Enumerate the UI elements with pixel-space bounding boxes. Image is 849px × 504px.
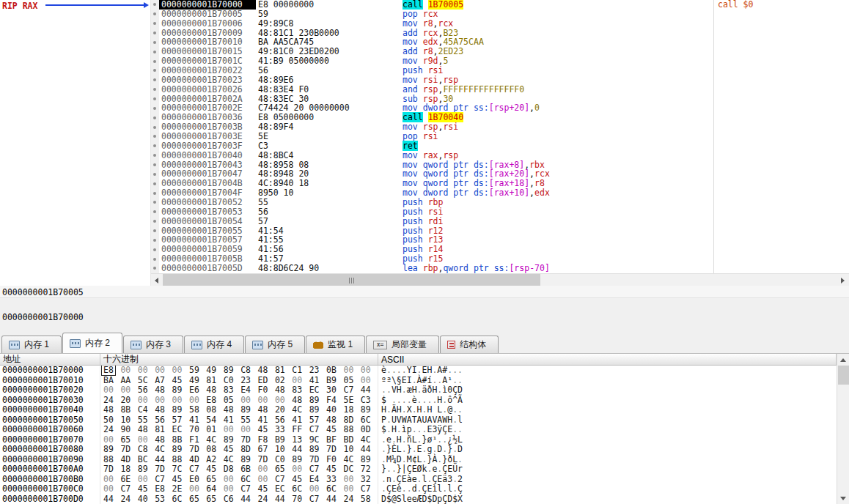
breakpoint-dot[interactable]: [153, 182, 156, 185]
disasm-row[interactable]: 0000000001B7003B48:89F4mov rsp,rsi: [150, 122, 849, 132]
tab-label: 监视 1: [328, 338, 353, 351]
disasm-row[interactable]: 0000000001B70000E8 00000000call 1B70005c…: [150, 0, 849, 10]
dump-row[interactable]: 0000000001B70040488BC448895808488948204C…: [0, 405, 837, 415]
disasm-row[interactable]: 0000000001B7001C41:B9 05000000mov r9d,5: [150, 56, 849, 66]
breakpoint-dot[interactable]: [153, 154, 156, 157]
instruction-address: 0000000001B70053: [159, 207, 256, 217]
disasm-row[interactable]: 0000000001B7002EC74424 20 00000000mov dw…: [150, 103, 849, 113]
breakpoint-dot[interactable]: [153, 229, 156, 232]
breakpoint-dot[interactable]: [153, 41, 156, 44]
disasm-row[interactable]: 0000000001B7005741:55push r13: [150, 235, 849, 245]
tab-label: 局部变量: [392, 338, 427, 351]
disasm-row[interactable]: 0000000001B7003FC3ret: [150, 141, 849, 151]
scroll-left-button[interactable]: [150, 274, 163, 286]
tab-watch-1[interactable]: 监视 1: [306, 336, 365, 353]
struct-icon: [447, 341, 455, 349]
breakpoint-dot[interactable]: [153, 60, 156, 63]
sidebar-cell: [150, 151, 159, 160]
instruction-comment: [713, 235, 849, 245]
disasm-row[interactable]: 0000000001B70036E8 05000000call 1B70040: [150, 113, 849, 122]
breakpoint-dot[interactable]: [153, 248, 156, 251]
dump-ascii: .n.ÇEàe.l.ÇEä3.2: [378, 475, 463, 485]
scroll-down-button[interactable]: [837, 492, 849, 504]
dump-row[interactable]: 0000000001B70070006500488BF14C897DF8B913…: [0, 435, 837, 445]
tab-struct[interactable]: 结构体: [440, 336, 499, 353]
tab-locals[interactable]: 局部变量: [366, 336, 439, 353]
disasm-row[interactable]: 0000000001B7004F8950 10mov dword ptr ds:…: [150, 188, 849, 198]
dump-row[interactable]: 0000000001B700B0006E00C745E065006C00C745…: [0, 475, 837, 485]
breakpoint-dot[interactable]: [153, 32, 156, 34]
disasm-row[interactable]: 0000000001B7005D48:8D6C24 90lea rbp,qwor…: [150, 264, 849, 273]
vertical-scrollbar-thumb[interactable]: [838, 366, 849, 385]
disasm-row[interactable]: 0000000001B7005541:54push r12: [150, 226, 849, 236]
breakpoint-dot[interactable]: [153, 135, 156, 138]
tab-memory-4[interactable]: 内存 4: [184, 336, 244, 353]
tab-memory-2[interactable]: 内存 2: [62, 333, 122, 353]
disasm-row[interactable]: 0000000001B7000559pop rcx: [150, 10, 849, 19]
tab-memory-1[interactable]: 内存 1: [1, 336, 62, 353]
breakpoint-dot[interactable]: [153, 51, 156, 53]
scroll-right-button[interactable]: [837, 274, 849, 286]
disasm-row[interactable]: 0000000001B7005255push rbp: [150, 198, 849, 207]
dump-row[interactable]: 0000000001B700C000C745E82E006400C745EC6C…: [0, 484, 837, 494]
breakpoint-dot[interactable]: [153, 22, 156, 25]
disasm-row[interactable]: 0000000001B7005356push rsi: [150, 207, 849, 217]
dump-row[interactable]: 0000000001B7006024904881EC700100004533FF…: [0, 425, 837, 435]
breakpoint-dot[interactable]: [153, 126, 156, 129]
instruction-comment: [713, 103, 849, 113]
disasm-row[interactable]: 0000000001B7005457push rdi: [150, 217, 849, 226]
breakpoint-dot[interactable]: [153, 88, 156, 91]
disasm-row[interactable]: 0000000001B7002648:83E4 F0and rsp,FFFFFF…: [150, 85, 849, 94]
breakpoint-dot[interactable]: [153, 3, 156, 6]
breakpoint-dot[interactable]: [153, 12, 156, 15]
breakpoint-dot[interactable]: [153, 239, 156, 242]
dump-row[interactable]: 0000000001B70080897DC84C897D08458D671044…: [0, 445, 837, 455]
dump-row[interactable]: 0000000001B70050501055565741544155415641…: [0, 415, 837, 426]
breakpoint-dot[interactable]: [153, 163, 156, 166]
dump-address: 0000000001B70030: [0, 396, 100, 406]
dump-address: 0000000001B70070: [0, 435, 100, 445]
disasm-row[interactable]: 0000000001B7002256push rsi: [150, 66, 849, 75]
horizontal-scrollbar-thumb[interactable]: [163, 274, 540, 286]
instruction-text: mov rsp,rsi: [403, 122, 713, 132]
breakpoint-dot[interactable]: [153, 192, 156, 195]
breakpoint-dot[interactable]: [153, 116, 156, 119]
disasm-row[interactable]: 0000000001B7000649:89C8mov r8,rcx: [150, 19, 849, 29]
arrow-up-icon: [840, 358, 846, 362]
horizontal-scrollbar[interactable]: [150, 273, 849, 286]
instruction-comment: [713, 66, 849, 75]
tab-memory-3[interactable]: 内存 3: [123, 336, 183, 353]
disasm-row[interactable]: 0000000001B70010BA AA5CA745mov edx,45A75…: [150, 37, 849, 47]
dump-row[interactable]: 0000000001B70000E800000000594989C84881C1…: [0, 366, 837, 376]
breakpoint-dot[interactable]: [153, 69, 156, 72]
disasm-row[interactable]: 0000000001B7000948:81C1 230B0000add rcx,…: [150, 29, 849, 38]
sidebar-cell: [150, 207, 159, 217]
dump-row[interactable]: 0000000001B700D0442440536C6565C644244470…: [0, 494, 837, 504]
breakpoint-dot[interactable]: [153, 173, 156, 176]
dump-row[interactable]: 0000000001B70090884DBC44884DA24C897DC089…: [0, 455, 837, 465]
dump-row[interactable]: 0000000001B70030242000000000E80500000048…: [0, 396, 837, 406]
disasm-row[interactable]: 0000000001B7005941:56push r14: [150, 245, 849, 254]
disasm-row[interactable]: 0000000001B7003E5Epop rsi: [150, 132, 849, 141]
dump-address: 0000000001B70040: [0, 405, 100, 415]
instruction-text: lea rbp,qword ptr ss:[rsp-70]: [403, 264, 713, 273]
breakpoint-dot[interactable]: [153, 78, 156, 81]
breakpoint-dot[interactable]: [153, 144, 156, 147]
tab-memory-5[interactable]: 内存 5: [245, 336, 305, 353]
instruction-comment: call $0: [713, 0, 849, 10]
breakpoint-dot[interactable]: [153, 201, 156, 204]
breakpoint-dot[interactable]: [153, 107, 156, 110]
breakpoint-dot[interactable]: [153, 267, 156, 270]
instruction-text: pop rsi: [403, 132, 713, 141]
dump-row[interactable]: 0000000001B70010BAAA5CA7454981C023ED0200…: [0, 376, 837, 386]
instruction-address: 0000000001B7005D: [159, 264, 256, 273]
breakpoint-dot[interactable]: [153, 97, 156, 100]
breakpoint-dot[interactable]: [153, 220, 156, 223]
dump-row[interactable]: 0000000001B700A07D18897D7CC745D86B006500…: [0, 464, 837, 475]
breakpoint-dot[interactable]: [153, 258, 156, 261]
disasm-row[interactable]: 0000000001B7001549:81C0 23ED0200add r8,2…: [150, 47, 849, 56]
breakpoint-dot[interactable]: [153, 210, 156, 213]
dump-row[interactable]: 0000000001B700200000564889E64883E4F04883…: [0, 385, 837, 396]
vertical-scrollbar[interactable]: [837, 354, 849, 504]
scroll-up-button[interactable]: [837, 354, 849, 366]
